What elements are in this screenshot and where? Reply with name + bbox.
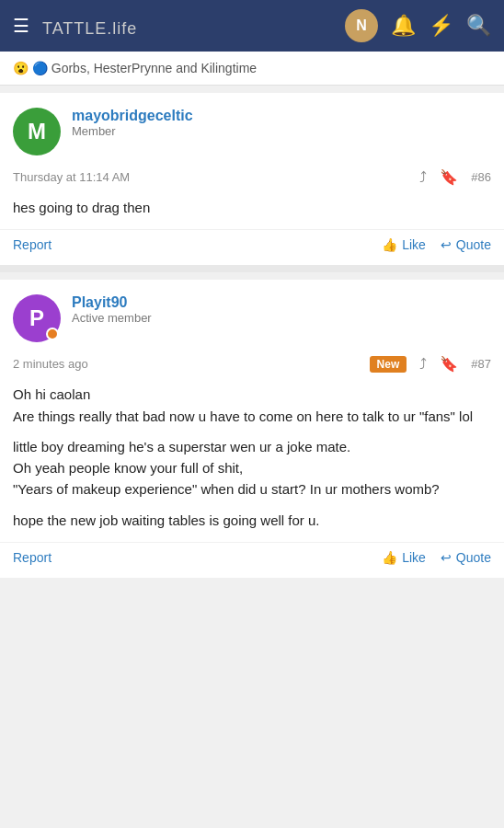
post-1-number: #86 (471, 170, 491, 184)
post-2-username[interactable]: Playit90 (72, 294, 152, 311)
post-2-text-3: hope the new job waiting tables is going… (13, 510, 491, 531)
post-2-quote-button[interactable]: ↩ Quote (441, 550, 491, 565)
bookmark-icon[interactable]: 🔖 (440, 168, 458, 186)
post-1: M mayobridgeceltic Member Thursday at 11… (0, 93, 504, 265)
post-2-timestamp: 2 minutes ago (13, 357, 370, 371)
online-indicator (46, 328, 59, 340)
logo-bold: TATTLE (42, 19, 107, 38)
post-1-header: M mayobridgeceltic Member (0, 93, 504, 165)
post-2-report-button[interactable]: Report (13, 550, 382, 565)
post-2: P Playit90 Active member 2 minutes ago N… (0, 280, 504, 578)
like-icon-2: 👍 (382, 550, 397, 565)
like-icon: 👍 (382, 237, 397, 252)
logo-light: .life (107, 19, 137, 38)
search-icon[interactable]: 🔍 (466, 14, 491, 38)
post-1-quote-button[interactable]: ↩ Quote (441, 237, 491, 252)
post-2-header: P Playit90 Active member (0, 280, 504, 351)
quote-icon: ↩ (441, 237, 452, 252)
post-1-avatar[interactable]: M (13, 108, 61, 155)
post-1-meta-right: ⤴ 🔖 #86 (419, 168, 491, 186)
share-icon-2[interactable]: ⤴ (419, 356, 427, 373)
reactions-bar: 😮 🔵 Gorbs, HesterPrynne and Kilingtime (0, 52, 504, 86)
post-2-actions: Report 👍 Like ↩ Quote (0, 542, 504, 578)
post-1-content: hes going to drag then (0, 193, 504, 229)
post-2-user-info: Playit90 Active member (72, 294, 152, 325)
post-1-username[interactable]: mayobridgeceltic (72, 108, 193, 124)
post-2-text-2: little boy dreaming he's a superstar wen… (13, 436, 491, 500)
post-2-like-button[interactable]: 👍 Like (382, 550, 426, 565)
user-avatar[interactable]: N (345, 9, 378, 42)
logo[interactable]: TATTLE.life (42, 12, 137, 40)
post-2-action-buttons: 👍 Like ↩ Quote (382, 550, 491, 565)
post-1-text: hes going to drag then (13, 197, 491, 218)
post-1-like-button[interactable]: 👍 Like (382, 237, 426, 252)
post-2-content: Oh hi caolanAre things really that bad n… (0, 380, 504, 542)
post-1-role: Member (72, 124, 193, 138)
post-1-timestamp: Thursday at 11:14 AM (13, 170, 419, 184)
share-icon[interactable]: ⤴ (419, 169, 427, 186)
post-2-text-1: Oh hi caolanAre things really that bad n… (13, 384, 491, 427)
bell-icon[interactable]: 🔔 (391, 14, 416, 38)
post-2-role: Active member (72, 311, 152, 325)
bookmark-icon-2[interactable]: 🔖 (440, 355, 458, 373)
post-1-meta: Thursday at 11:14 AM ⤴ 🔖 #86 (0, 165, 504, 193)
menu-icon[interactable]: ☰ (13, 15, 29, 37)
post-2-number: #87 (471, 357, 491, 371)
lightning-icon[interactable]: ⚡ (429, 14, 453, 38)
header: ☰ TATTLE.life N 🔔 ⚡ 🔍 (0, 0, 504, 52)
post-1-user-info: mayobridgeceltic Member (72, 108, 193, 138)
post-1-action-buttons: 👍 Like ↩ Quote (382, 237, 491, 252)
new-badge: New (370, 356, 407, 373)
post-1-actions: Report 👍 Like ↩ Quote (0, 229, 504, 265)
post-2-avatar[interactable]: P (13, 294, 61, 342)
post-2-meta: 2 minutes ago New ⤴ 🔖 #87 (0, 351, 504, 380)
post-divider (0, 265, 504, 272)
quote-icon-2: ↩ (441, 550, 452, 565)
post-2-meta-right: New ⤴ 🔖 #87 (370, 355, 491, 373)
reactions-text: 😮 🔵 Gorbs, HesterPrynne and Kilingtime (13, 61, 257, 75)
post-1-report-button[interactable]: Report (13, 237, 382, 252)
